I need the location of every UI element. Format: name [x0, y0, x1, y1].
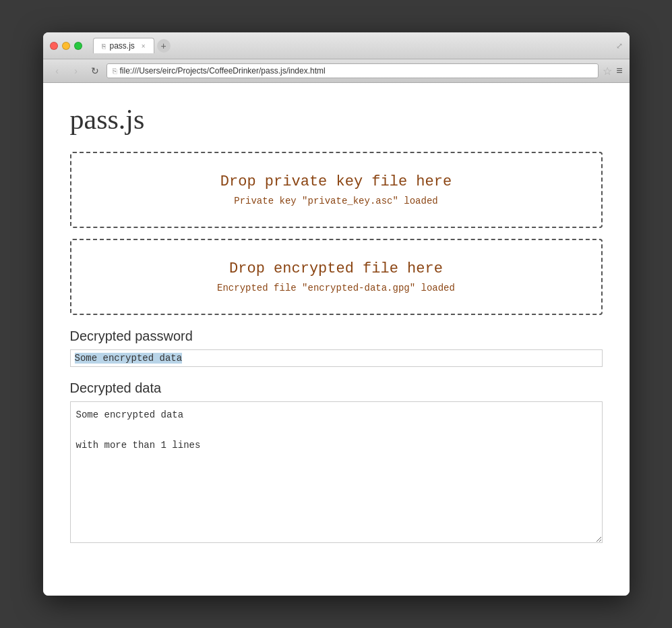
back-button[interactable]: ‹ [50, 63, 65, 78]
address-bar[interactable]: ⎘ file:///Users/eirc/Projects/CoffeeDrin… [106, 63, 599, 78]
drop-private-key-label: Drop private key file here [92, 173, 581, 190]
bookmark-button[interactable]: ☆ [603, 65, 612, 78]
traffic-lights [50, 42, 82, 50]
browser-window: ⎘ pass.js × + ⤢ ‹ › ↻ ⎘ file:///Users/ei… [43, 32, 630, 596]
close-button[interactable] [50, 42, 58, 50]
drop-encrypted-file-zone[interactable]: Drop encrypted file here Encrypted file … [70, 239, 603, 315]
minimize-button[interactable] [62, 42, 70, 50]
navbar: ‹ › ↻ ⎘ file:///Users/eirc/Projects/Coff… [43, 59, 630, 83]
decrypted-data-heading: Decrypted data [70, 380, 603, 396]
drop-encrypted-file-status: Encrypted file "encrypted-data.gpg" load… [92, 283, 581, 293]
address-text: file:///Users/eirc/Projects/CoffeeDrinke… [120, 66, 326, 76]
maximize-button[interactable] [74, 42, 82, 50]
tab-title: pass.js [110, 41, 135, 51]
new-tab-button[interactable]: + [157, 39, 171, 53]
titlebar: ⎘ pass.js × + ⤢ [43, 32, 630, 59]
active-tab[interactable]: ⎘ pass.js × [93, 38, 154, 53]
expand-icon[interactable]: ⤢ [616, 41, 623, 51]
page-content: pass.js Drop private key file here Priva… [43, 83, 630, 596]
page-title: pass.js [70, 103, 603, 136]
tab-bar: ⎘ pass.js × + [93, 38, 611, 53]
decrypted-password-value: Some encrypted data [75, 353, 183, 364]
decrypted-password-heading: Decrypted password [70, 329, 603, 344]
menu-button[interactable]: ≡ [616, 65, 622, 77]
forward-button[interactable]: › [69, 63, 84, 78]
decrypted-data-textarea[interactable]: Some encrypted data with more than 1 lin… [70, 401, 603, 543]
decrypted-password-field[interactable]: Some encrypted data [70, 349, 603, 367]
tab-close-icon[interactable]: × [142, 42, 146, 50]
drop-private-key-zone[interactable]: Drop private key file here Private key "… [70, 152, 603, 228]
drop-encrypted-file-label: Drop encrypted file here [92, 260, 581, 277]
drop-private-key-status: Private key "private_key.asc" loaded [92, 196, 581, 206]
tab-file-icon: ⎘ [102, 42, 106, 50]
address-file-icon: ⎘ [113, 67, 117, 75]
reload-button[interactable]: ↻ [88, 63, 102, 78]
